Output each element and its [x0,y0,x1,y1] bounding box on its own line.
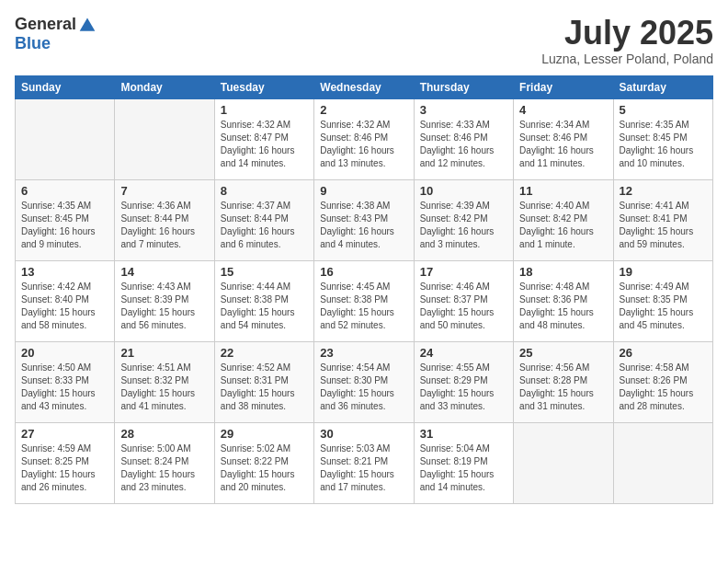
day-number: 24 [420,346,507,360]
month-title: July 2025 [541,15,713,52]
calendar-cell: 22Sunrise: 4:52 AMSunset: 8:31 PMDayligh… [214,341,313,422]
calendar-week-row: 6Sunrise: 4:35 AMSunset: 8:45 PMDaylight… [16,179,713,260]
day-info: Sunrise: 4:38 AMSunset: 8:43 PMDaylight:… [320,200,407,251]
day-number: 25 [519,346,607,360]
day-info: Sunrise: 5:00 AMSunset: 8:24 PMDaylight:… [120,442,208,494]
day-info: Sunrise: 4:49 AMSunset: 8:35 PMDaylight:… [620,281,707,332]
weekday-header: Monday [115,75,214,98]
day-number: 9 [320,184,407,198]
weekday-header: Saturday [613,75,712,98]
logo-icon [78,16,97,34]
header: General Blue July 2025 Luzna, Lesser Pol… [15,15,713,66]
day-info: Sunrise: 4:54 AMSunset: 8:30 PMDaylight:… [320,362,407,413]
day-info: Sunrise: 4:39 AMSunset: 8:42 PMDaylight:… [420,200,507,251]
day-info: Sunrise: 4:44 AMSunset: 8:38 PMDaylight:… [221,281,308,332]
day-info: Sunrise: 5:03 AMSunset: 8:21 PMDaylight:… [320,442,407,494]
calendar-cell: 27Sunrise: 4:59 AMSunset: 8:25 PMDayligh… [16,422,115,503]
day-number: 20 [21,346,108,360]
calendar-cell: 10Sunrise: 4:39 AMSunset: 8:42 PMDayligh… [414,179,513,260]
day-number: 12 [620,184,707,198]
calendar-cell: 26Sunrise: 4:58 AMSunset: 8:26 PMDayligh… [613,341,712,422]
day-info: Sunrise: 4:32 AMSunset: 8:47 PMDaylight:… [221,119,308,170]
day-info: Sunrise: 4:43 AMSunset: 8:39 PMDaylight:… [120,281,208,332]
day-number: 27 [21,427,108,441]
day-number: 3 [420,103,507,117]
day-number: 8 [221,184,308,198]
calendar-cell: 30Sunrise: 5:03 AMSunset: 8:21 PMDayligh… [314,422,414,503]
day-info: Sunrise: 5:02 AMSunset: 8:22 PMDaylight:… [221,442,308,494]
calendar-cell: 1Sunrise: 4:32 AMSunset: 8:47 PMDaylight… [214,98,313,179]
day-number: 23 [320,346,407,360]
day-info: Sunrise: 4:41 AMSunset: 8:41 PMDaylight:… [620,200,707,251]
calendar-cell: 7Sunrise: 4:36 AMSunset: 8:44 PMDaylight… [115,179,214,260]
calendar-cell: 15Sunrise: 4:44 AMSunset: 8:38 PMDayligh… [214,260,313,341]
day-number: 10 [420,184,507,198]
calendar-cell: 2Sunrise: 4:32 AMSunset: 8:46 PMDaylight… [314,98,414,179]
day-number: 15 [221,265,308,279]
weekday-header: Sunday [16,75,115,98]
day-number: 5 [620,103,707,117]
calendar-week-row: 1Sunrise: 4:32 AMSunset: 8:47 PMDaylight… [16,98,713,179]
day-info: Sunrise: 4:40 AMSunset: 8:42 PMDaylight:… [519,200,607,251]
title-area: July 2025 Luzna, Lesser Poland, Poland [541,15,713,66]
calendar-cell: 13Sunrise: 4:42 AMSunset: 8:40 PMDayligh… [16,260,115,341]
calendar-cell: 9Sunrise: 4:38 AMSunset: 8:43 PMDaylight… [314,179,414,260]
day-info: Sunrise: 4:56 AMSunset: 8:28 PMDaylight:… [519,362,607,413]
day-number: 21 [120,346,208,360]
day-info: Sunrise: 5:04 AMSunset: 8:19 PMDaylight:… [420,442,507,494]
weekday-header: Thursday [414,75,513,98]
day-number: 16 [320,265,407,279]
calendar-cell [115,98,214,179]
day-number: 31 [420,427,507,441]
logo: General Blue [15,15,97,53]
calendar-cell: 8Sunrise: 4:37 AMSunset: 8:44 PMDaylight… [214,179,313,260]
day-info: Sunrise: 4:55 AMSunset: 8:29 PMDaylight:… [420,362,507,413]
calendar-week-row: 27Sunrise: 4:59 AMSunset: 8:25 PMDayligh… [16,422,713,503]
weekday-header: Friday [514,75,613,98]
calendar-cell: 23Sunrise: 4:54 AMSunset: 8:30 PMDayligh… [314,341,414,422]
calendar-cell: 11Sunrise: 4:40 AMSunset: 8:42 PMDayligh… [514,179,613,260]
day-info: Sunrise: 4:52 AMSunset: 8:31 PMDaylight:… [221,362,308,413]
calendar-cell: 28Sunrise: 5:00 AMSunset: 8:24 PMDayligh… [115,422,214,503]
day-info: Sunrise: 4:32 AMSunset: 8:46 PMDaylight:… [320,119,407,170]
day-number: 1 [221,103,308,117]
calendar-cell: 6Sunrise: 4:35 AMSunset: 8:45 PMDaylight… [16,179,115,260]
day-info: Sunrise: 4:50 AMSunset: 8:33 PMDaylight:… [21,362,108,413]
calendar-cell: 5Sunrise: 4:35 AMSunset: 8:45 PMDaylight… [613,98,712,179]
calendar-cell: 4Sunrise: 4:34 AMSunset: 8:46 PMDaylight… [514,98,613,179]
day-info: Sunrise: 4:46 AMSunset: 8:37 PMDaylight:… [420,281,507,332]
day-number: 2 [320,103,407,117]
day-number: 28 [120,427,208,441]
day-number: 30 [320,427,407,441]
calendar-cell: 29Sunrise: 5:02 AMSunset: 8:22 PMDayligh… [214,422,313,503]
weekday-header: Tuesday [214,75,313,98]
calendar-cell: 16Sunrise: 4:45 AMSunset: 8:38 PMDayligh… [314,260,414,341]
calendar-cell: 17Sunrise: 4:46 AMSunset: 8:37 PMDayligh… [414,260,513,341]
day-info: Sunrise: 4:37 AMSunset: 8:44 PMDaylight:… [221,200,308,251]
day-number: 18 [519,265,607,279]
day-number: 14 [120,265,208,279]
calendar-cell: 21Sunrise: 4:51 AMSunset: 8:32 PMDayligh… [115,341,214,422]
calendar-cell: 3Sunrise: 4:33 AMSunset: 8:46 PMDaylight… [414,98,513,179]
day-number: 26 [620,346,707,360]
calendar-cell: 14Sunrise: 4:43 AMSunset: 8:39 PMDayligh… [115,260,214,341]
day-number: 11 [519,184,607,198]
calendar-cell: 20Sunrise: 4:50 AMSunset: 8:33 PMDayligh… [16,341,115,422]
location-title: Luzna, Lesser Poland, Poland [541,52,713,66]
calendar-week-row: 13Sunrise: 4:42 AMSunset: 8:40 PMDayligh… [16,260,713,341]
calendar-header-row: SundayMondayTuesdayWednesdayThursdayFrid… [16,75,713,98]
day-info: Sunrise: 4:35 AMSunset: 8:45 PMDaylight:… [21,200,108,251]
day-info: Sunrise: 4:45 AMSunset: 8:38 PMDaylight:… [320,281,407,332]
calendar-cell: 31Sunrise: 5:04 AMSunset: 8:19 PMDayligh… [414,422,513,503]
calendar-cell: 12Sunrise: 4:41 AMSunset: 8:41 PMDayligh… [613,179,712,260]
day-number: 6 [21,184,108,198]
calendar-table: SundayMondayTuesdayWednesdayThursdayFrid… [15,75,713,504]
day-info: Sunrise: 4:33 AMSunset: 8:46 PMDaylight:… [420,119,507,170]
day-info: Sunrise: 4:36 AMSunset: 8:44 PMDaylight:… [120,200,208,251]
calendar-cell: 25Sunrise: 4:56 AMSunset: 8:28 PMDayligh… [514,341,613,422]
svg-marker-0 [80,17,96,30]
logo-general: General [15,15,76,34]
day-number: 7 [120,184,208,198]
day-info: Sunrise: 4:51 AMSunset: 8:32 PMDaylight:… [120,362,208,413]
day-number: 29 [221,427,308,441]
